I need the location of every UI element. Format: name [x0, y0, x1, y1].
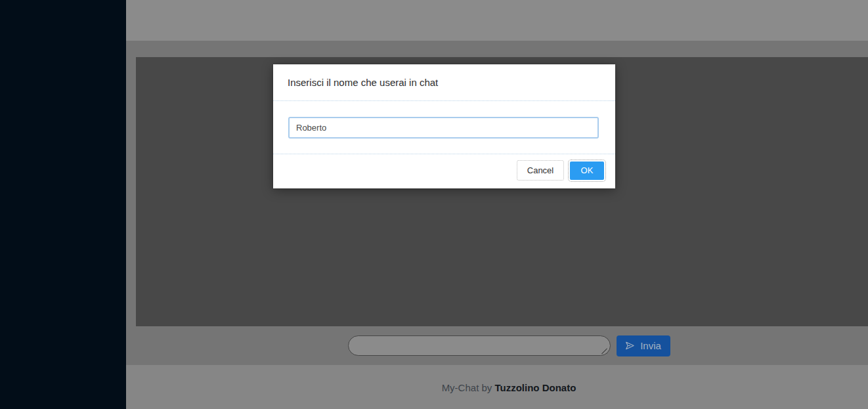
send-icon — [625, 341, 635, 351]
dialog-divider — [273, 154, 615, 154]
sidebar — [0, 0, 126, 409]
cancel-button[interactable]: Cancel — [517, 160, 564, 181]
send-button[interactable]: Invia — [617, 335, 670, 356]
dialog-title: Inserisci il nome che userai in chat — [288, 77, 601, 88]
message-input-wrap — [348, 335, 611, 356]
composer-bar: Invia — [126, 326, 868, 365]
message-input[interactable] — [348, 335, 611, 356]
footer-author: Tuzzolino Donato — [494, 382, 576, 393]
dialog-button-row: Cancel OK — [517, 160, 604, 181]
ok-button[interactable]: OK — [570, 161, 604, 180]
dialog-divider — [273, 100, 615, 101]
send-button-label: Invia — [640, 340, 661, 351]
prompt-dialog: Inserisci il nome che userai in chat Can… — [273, 64, 615, 188]
dialog-name-input[interactable] — [288, 117, 599, 139]
app-footer: My-Chat by Tuzzolino Donato — [126, 365, 868, 409]
app-window: Invia My-Chat by Tuzzolino Donato Inseri… — [0, 0, 868, 409]
footer-text: My-Chat by — [442, 382, 492, 393]
